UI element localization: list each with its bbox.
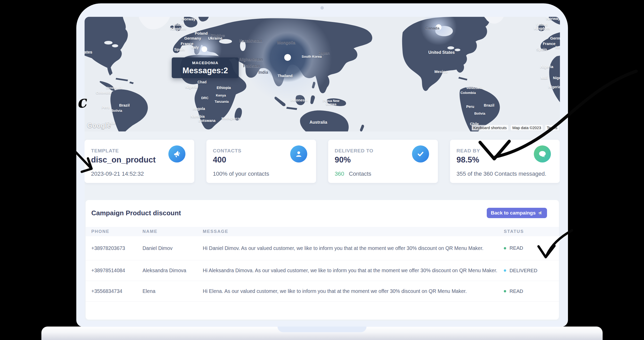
stage: atesNorwayUnitedKingdomPolandGermanyUkra… [0, 0, 644, 340]
cell-name: Elena [143, 288, 203, 294]
stat-card-delivered: DELIVERED TO 90% 360Contacts [328, 140, 438, 183]
stat-card-read: READ BY 98.5% 355 of the 360 Contacts me… [450, 140, 560, 183]
column-header-message[interactable]: MESSAGE [203, 229, 504, 234]
table-body: +38978203673Daniel DimovHi Daniel Dimov.… [86, 236, 559, 302]
stat-sub-highlight: 360 [335, 171, 344, 177]
cell-status: DELIVERED [504, 268, 559, 274]
cell-message: Hi Daniel Dimov. As our valued customer,… [203, 245, 504, 251]
google-logo: Google [87, 122, 111, 129]
world-map-svg [85, 17, 560, 131]
user-icon [290, 145, 307, 162]
cell-name: Aleksandra Dimova [143, 268, 203, 274]
status-label: READ [510, 245, 523, 251]
cell-status: READ [504, 289, 559, 294]
status-label: DELIVERED [510, 268, 537, 274]
table-row[interactable]: +3556834734ElenaHi Elena. As our valued … [86, 281, 559, 302]
campaign-card: Campaign Product discount Back to campai… [86, 200, 559, 320]
back-to-campaigns-button[interactable]: Back to campaings [487, 208, 547, 218]
tooltip-messages: Messages:2 [172, 66, 239, 75]
cell-status: READ [504, 245, 559, 251]
campaign-title: Campaign Product discount [91, 209, 181, 217]
table-row[interactable]: +38978203673Daniel DimovHi Daniel Dimov.… [86, 236, 559, 260]
megaphone-emoji-icon [538, 210, 543, 216]
cell-phone: +3556834734 [91, 288, 143, 294]
stat-card-contacts: CONTACTS 400 100% of your contacts [206, 140, 316, 183]
stat-subtext: 360Contacts [335, 171, 371, 177]
status-dot [504, 290, 506, 292]
cell-message: Hi Aleksandra Dimova. As our valued cust… [203, 268, 504, 274]
world-map[interactable]: atesNorwayUnitedKingdomPolandGermanyUkra… [85, 17, 560, 131]
dashboard-screen: atesNorwayUnitedKingdomPolandGermanyUkra… [85, 17, 560, 321]
column-header-phone[interactable]: PHONE [91, 229, 143, 234]
campaign-header: Campaign Product discount Back to campai… [86, 200, 559, 227]
cell-message: Hi Elena. As our valued customer, we lik… [203, 288, 504, 294]
table-row[interactable]: +38978514084Aleksandra DimovaHi Aleksand… [86, 260, 559, 281]
map-marker-canada[interactable] [436, 24, 441, 30]
chat-bubble-icon [534, 145, 551, 162]
column-header-status[interactable]: STATUS [504, 229, 559, 234]
map-tooltip: MACEDONIA Messages:2 [172, 57, 239, 78]
cell-phone: +38978203673 [91, 245, 143, 251]
laptop-hinge-notch [278, 327, 366, 332]
map-data-copyright: Map data ©2023 [511, 125, 543, 130]
cell-phone: +38978514084 [91, 268, 143, 274]
status-dot [504, 269, 506, 272]
megaphone-icon [168, 145, 185, 162]
map-marker-europe[interactable] [201, 46, 207, 52]
terms-link[interactable]: Terms [545, 125, 559, 130]
cell-name: Daniel Dimov [143, 245, 203, 251]
column-header-name[interactable]: NAME [143, 229, 203, 234]
stat-subtext: 355 of the 360 Contacts messaged. [456, 171, 546, 177]
webcam-dot [320, 6, 324, 10]
table-header: PHONE NAME MESSAGE STATUS [86, 227, 559, 236]
stats-row: TEMPLATE disc_on_product 2023-09-21 14:5… [85, 140, 560, 183]
stat-subtext: 100% of your contacts [213, 171, 269, 177]
map-marker-asia[interactable] [284, 54, 291, 61]
status-dot [504, 247, 506, 249]
keyboard-shortcuts-link[interactable]: Keyboard shortcuts [472, 125, 508, 130]
stat-subtext: 2023-09-21 14:52:32 [91, 171, 144, 177]
tooltip-country: MACEDONIA [172, 61, 239, 65]
status-label: READ [510, 289, 523, 294]
check-icon [412, 145, 429, 162]
stat-card-template: TEMPLATE disc_on_product 2023-09-21 14:5… [85, 140, 194, 183]
